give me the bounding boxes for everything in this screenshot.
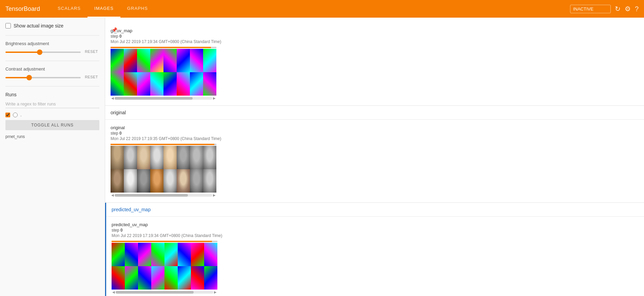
uv-cell bbox=[203, 72, 216, 96]
brightness-slider-row: RESET bbox=[5, 49, 99, 54]
face-cell bbox=[190, 169, 203, 193]
scroll-row-original: ◀ ▶ bbox=[111, 193, 216, 197]
uv-cell bbox=[203, 49, 216, 72]
actual-size-checkbox[interactable] bbox=[5, 23, 11, 28]
card-gt-title: gt_uv_map bbox=[111, 28, 639, 33]
section-original: original original step 0 Mon Jul 22 2019… bbox=[105, 106, 644, 203]
help-icon[interactable]: ? bbox=[635, 5, 639, 13]
card-predicted-title: predicted_uv_map bbox=[112, 222, 639, 227]
uv-cell bbox=[191, 266, 204, 290]
brightness-section: Brightness adjustment RESET bbox=[5, 41, 99, 54]
image-strip-original: ◀ ▶ bbox=[111, 146, 639, 197]
runs-filter-input[interactable] bbox=[5, 100, 99, 108]
scroll-right-gt[interactable]: ▶ bbox=[212, 96, 216, 100]
section-gt-uv-map: 📌 gt_uv_map step 0 Mon Jul 22 2019 17:19… bbox=[105, 18, 644, 106]
uv-cell bbox=[178, 243, 191, 266]
sidebar: Show actual image size Brightness adjust… bbox=[0, 18, 105, 296]
brightness-label: Brightness adjustment bbox=[5, 41, 99, 46]
uv-cell bbox=[164, 243, 178, 266]
scroll-row-gt: ◀ ▶ bbox=[111, 96, 216, 100]
divider-1 bbox=[5, 35, 99, 36]
face-cell bbox=[177, 169, 190, 193]
contrast-slider-row: RESET bbox=[5, 74, 99, 79]
card-original: original step 0 Mon Jul 22 2019 17:19:35… bbox=[105, 120, 644, 202]
scroll-left-predicted[interactable]: ◀ bbox=[112, 290, 116, 294]
run-radio[interactable] bbox=[13, 113, 18, 117]
card-predicted-step: step 0 bbox=[112, 228, 639, 233]
card-original-title: original bbox=[111, 125, 639, 130]
run-checkbox[interactable] bbox=[5, 113, 10, 117]
scroll-track-original[interactable] bbox=[115, 194, 212, 197]
runs-section: Runs . TOGGLE ALL RUNS prnet_runs bbox=[5, 92, 99, 139]
toggle-all-runs-button[interactable]: TOGGLE ALL RUNS bbox=[5, 120, 99, 130]
nav-graphs[interactable]: GRAPHS bbox=[120, 0, 155, 18]
actual-size-label[interactable]: Show actual image size bbox=[14, 23, 63, 28]
main-layout: Show actual image size Brightness adjust… bbox=[0, 18, 644, 296]
nav-scalars[interactable]: SCALARS bbox=[51, 0, 87, 18]
uv-cell bbox=[151, 266, 164, 290]
face-cell bbox=[137, 146, 150, 169]
scroll-right-original[interactable]: ▶ bbox=[212, 193, 216, 197]
face-cell bbox=[150, 169, 163, 193]
contrast-reset-button[interactable]: RESET bbox=[83, 75, 99, 79]
card-original-date: Mon Jul 22 2019 17:19:35 GMT+0800 (China… bbox=[111, 136, 639, 141]
nav-images[interactable]: IMAGES bbox=[87, 0, 120, 18]
scroll-right-predicted[interactable]: ▶ bbox=[213, 290, 217, 294]
uv-cell bbox=[137, 72, 150, 96]
section-predicted: predicted_uv_map predicted_uv_map step 0… bbox=[105, 203, 644, 296]
uv-grid-gt bbox=[111, 49, 639, 96]
contrast-section: Contrast adjustment RESET bbox=[5, 66, 99, 79]
uv-cell bbox=[111, 49, 124, 72]
uv-cell bbox=[204, 266, 217, 290]
scroll-track-predicted[interactable] bbox=[116, 291, 213, 294]
brightness-reset-button[interactable]: RESET bbox=[83, 50, 99, 54]
face-grid bbox=[111, 146, 639, 193]
image-strip-gt: ◀ ▶ bbox=[111, 49, 639, 100]
pin-icon-gt[interactable]: 📌 bbox=[112, 27, 117, 33]
scroll-left-original[interactable]: ◀ bbox=[111, 193, 115, 197]
show-actual-size-row: Show actual image size bbox=[5, 23, 99, 28]
progress-bar-predicted bbox=[112, 241, 217, 242]
contrast-slider[interactable] bbox=[5, 77, 81, 78]
uv-cell bbox=[124, 72, 137, 96]
divider-3 bbox=[5, 86, 99, 86]
scroll-thumb-gt bbox=[115, 97, 193, 100]
brightness-slider[interactable] bbox=[5, 52, 81, 53]
scroll-thumb-original bbox=[115, 194, 188, 197]
inactive-dropdown[interactable]: INACTIVE bbox=[570, 5, 611, 13]
scroll-thumb-predicted bbox=[116, 291, 194, 294]
face-cell bbox=[163, 169, 177, 193]
scroll-left-gt[interactable]: ◀ bbox=[111, 96, 115, 100]
brightness-slider-wrapper bbox=[5, 49, 81, 54]
main-content: 📌 gt_uv_map step 0 Mon Jul 22 2019 17:19… bbox=[105, 18, 644, 296]
uv-cell bbox=[177, 72, 190, 96]
image-strip-predicted: ◀ ▶ bbox=[112, 243, 639, 294]
face-cell bbox=[124, 146, 137, 169]
uv-cell bbox=[190, 49, 203, 72]
uv-cell bbox=[163, 49, 177, 72]
uv-cell bbox=[125, 266, 138, 290]
contrast-slider-wrapper bbox=[5, 74, 81, 79]
topbar-right: INACTIVE ↻ ⚙ ? bbox=[570, 5, 639, 13]
uv-cell bbox=[204, 243, 217, 266]
card-gt-step: step 0 bbox=[111, 34, 639, 39]
brand-logo: TensorBoard bbox=[5, 5, 40, 13]
refresh-icon[interactable]: ↻ bbox=[615, 5, 621, 13]
uv-cell bbox=[191, 243, 204, 266]
face-cell bbox=[111, 146, 124, 169]
uv-cell bbox=[138, 266, 151, 290]
settings-icon[interactable]: ⚙ bbox=[625, 5, 631, 13]
face-cell bbox=[190, 146, 203, 169]
uv-cell bbox=[138, 243, 151, 266]
face-cell bbox=[150, 146, 163, 169]
uv-cell bbox=[178, 266, 191, 290]
uv-cell bbox=[163, 72, 177, 96]
card-predicted: predicted_uv_map step 0 Mon Jul 22 2019 … bbox=[106, 217, 644, 296]
uv-cell bbox=[112, 243, 125, 266]
card-gt-date: Mon Jul 22 2019 17:19:34 GMT+0800 (China… bbox=[111, 39, 639, 44]
face-cell bbox=[177, 146, 190, 169]
run-dot-label: . bbox=[20, 112, 22, 117]
card-gt-uv-map: 📌 gt_uv_map step 0 Mon Jul 22 2019 17:19… bbox=[105, 18, 644, 105]
uv-cell bbox=[124, 49, 137, 72]
scroll-track-gt[interactable] bbox=[115, 97, 212, 100]
